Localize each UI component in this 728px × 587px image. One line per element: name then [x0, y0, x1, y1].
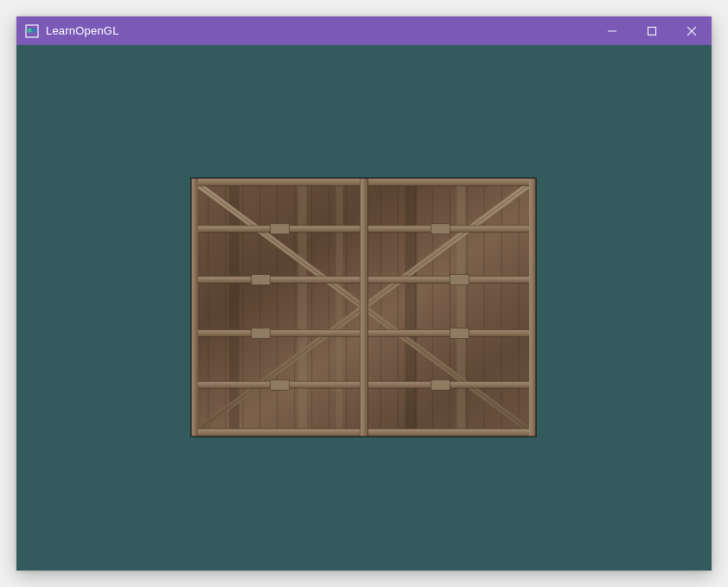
svg-rect-4 — [648, 27, 656, 35]
svg-rect-51 — [361, 178, 368, 437]
application-window: LearnOpenGL — [16, 16, 712, 571]
svg-rect-54 — [191, 178, 198, 437]
window-controls — [592, 16, 712, 45]
close-button[interactable] — [672, 16, 712, 45]
svg-rect-28 — [405, 178, 417, 437]
svg-rect-55 — [529, 178, 536, 437]
svg-rect-59 — [450, 328, 469, 338]
svg-rect-62 — [271, 224, 290, 234]
maximize-button[interactable] — [632, 16, 672, 45]
svg-rect-2 — [33, 29, 37, 33]
svg-rect-1 — [28, 29, 32, 33]
svg-rect-29 — [457, 178, 465, 437]
svg-rect-57 — [450, 275, 469, 285]
opengl-viewport — [16, 45, 712, 571]
titlebar[interactable]: LearnOpenGL — [16, 16, 712, 45]
svg-rect-30 — [336, 178, 343, 437]
svg-rect-61 — [431, 380, 450, 390]
svg-rect-63 — [431, 224, 450, 234]
svg-rect-56 — [252, 275, 271, 285]
svg-rect-58 — [252, 328, 271, 338]
svg-rect-60 — [271, 380, 290, 390]
minimize-button[interactable] — [592, 16, 632, 45]
textured-quad — [190, 177, 537, 437]
svg-rect-27 — [298, 178, 307, 437]
window-title: LearnOpenGL — [46, 24, 592, 37]
window-app-icon — [25, 24, 39, 38]
